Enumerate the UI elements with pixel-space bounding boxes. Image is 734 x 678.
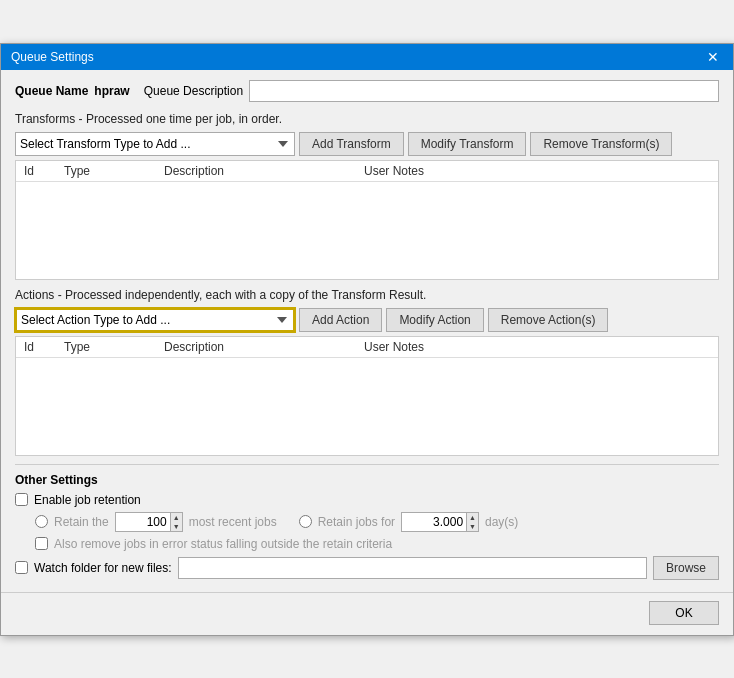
also-remove-label: Also remove jobs in error status falling… — [54, 537, 392, 551]
retain-jobs-for-input[interactable] — [402, 513, 467, 531]
watch-folder-label: Watch folder for new files: — [34, 561, 172, 575]
other-settings-section: Other Settings Enable job retention Reta… — [15, 473, 719, 580]
retain-the-spin-up[interactable]: ▲ — [171, 513, 182, 522]
retain-the-spin-btns: ▲ ▼ — [171, 513, 182, 531]
add-transform-button[interactable]: Add Transform — [299, 132, 404, 156]
transforms-col-usernotes: User Notes — [356, 161, 718, 182]
retain-the-unit: most recent jobs — [189, 515, 277, 529]
action-type-select[interactable]: Select Action Type to Add ... — [15, 308, 295, 332]
retain-jobs-for-spinner: ▲ ▼ — [401, 512, 479, 532]
remove-transform-button[interactable]: Remove Transform(s) — [530, 132, 672, 156]
modify-transform-button[interactable]: Modify Transform — [408, 132, 527, 156]
retain-the-radio[interactable] — [35, 515, 48, 528]
queue-name-value: hpraw — [94, 84, 129, 98]
actions-col-type: Type — [56, 337, 156, 358]
browse-button[interactable]: Browse — [653, 556, 719, 580]
retain-jobs-for-spin-down[interactable]: ▼ — [467, 522, 478, 531]
retain-the-spin-down[interactable]: ▼ — [171, 522, 182, 531]
watch-folder-row: Watch folder for new files: Browse — [15, 556, 719, 580]
transforms-section-label: Transforms - Processed one time per job,… — [15, 112, 719, 126]
retain-the-label: Retain the — [54, 515, 109, 529]
ok-button[interactable]: OK — [649, 601, 719, 625]
retain-jobs-for-label: Retain jobs for — [318, 515, 395, 529]
actions-col-desc: Description — [156, 337, 356, 358]
retain-the-input[interactable] — [116, 513, 171, 531]
retain-jobs-for-radio[interactable] — [299, 515, 312, 528]
add-action-button[interactable]: Add Action — [299, 308, 382, 332]
transforms-col-type: Type — [56, 161, 156, 182]
modify-action-button[interactable]: Modify Action — [386, 308, 483, 332]
other-settings-label: Other Settings — [15, 473, 719, 487]
enable-job-retention-row: Enable job retention — [15, 493, 719, 507]
queue-name-row: Queue Name hpraw Queue Description — [15, 80, 719, 102]
actions-table-container: Id Type Description User Notes — [15, 336, 719, 456]
actions-section-label: Actions - Processed independently, each … — [15, 288, 719, 302]
retain-the-spinner: ▲ ▼ — [115, 512, 183, 532]
actions-col-usernotes: User Notes — [356, 337, 718, 358]
actions-col-id: Id — [16, 337, 56, 358]
also-remove-checkbox[interactable] — [35, 537, 48, 550]
retain-options-row: Retain the ▲ ▼ most recent jobs Retain j… — [35, 512, 719, 532]
also-remove-row: Also remove jobs in error status falling… — [35, 537, 719, 551]
transforms-toolbar: Select Transform Type to Add ... Add Tra… — [15, 132, 719, 156]
transforms-table: Id Type Description User Notes — [16, 161, 718, 182]
footer: OK — [1, 592, 733, 635]
retain-jobs-for-spin-btns: ▲ ▼ — [467, 513, 478, 531]
dialog-body: Queue Name hpraw Queue Description Trans… — [1, 70, 733, 592]
retain-jobs-for-spin-up[interactable]: ▲ — [467, 513, 478, 522]
dialog-title: Queue Settings — [11, 50, 94, 64]
transforms-table-container: Id Type Description User Notes — [15, 160, 719, 280]
divider — [15, 464, 719, 465]
remove-action-button[interactable]: Remove Action(s) — [488, 308, 609, 332]
actions-section: Actions - Processed independently, each … — [15, 288, 719, 456]
transforms-col-desc: Description — [156, 161, 356, 182]
transforms-col-id: Id — [16, 161, 56, 182]
close-button[interactable]: ✕ — [703, 50, 723, 64]
actions-toolbar: Select Action Type to Add ... Add Action… — [15, 308, 719, 332]
transforms-section: Transforms - Processed one time per job,… — [15, 112, 719, 280]
title-bar: Queue Settings ✕ — [1, 44, 733, 70]
retain-jobs-for-unit: day(s) — [485, 515, 518, 529]
watch-folder-input[interactable] — [178, 557, 647, 579]
watch-folder-checkbox[interactable] — [15, 561, 28, 574]
actions-table: Id Type Description User Notes — [16, 337, 718, 358]
transform-type-select[interactable]: Select Transform Type to Add ... — [15, 132, 295, 156]
enable-job-retention-label: Enable job retention — [34, 493, 141, 507]
queue-desc-label: Queue Description — [144, 84, 243, 98]
enable-job-retention-checkbox[interactable] — [15, 493, 28, 506]
queue-name-label: Queue Name — [15, 84, 88, 98]
queue-settings-dialog: Queue Settings ✕ Queue Name hpraw Queue … — [0, 43, 734, 636]
queue-description-input[interactable] — [249, 80, 719, 102]
